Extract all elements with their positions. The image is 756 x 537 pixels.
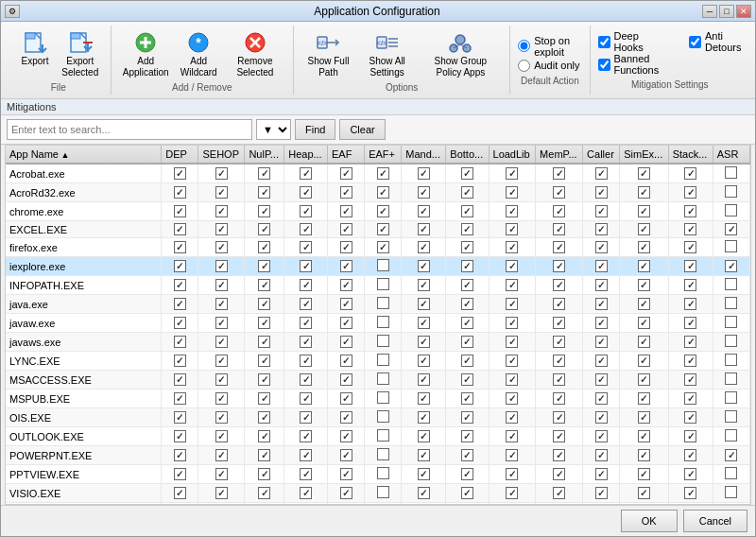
check-cell[interactable] — [162, 276, 198, 295]
col-header-nulp[interactable]: NulP... — [245, 146, 284, 164]
check-cell[interactable] — [162, 465, 198, 484]
check-cell[interactable] — [489, 465, 536, 484]
check-cell[interactable] — [198, 333, 245, 352]
table-row[interactable]: MSACCESS.EXE — [6, 371, 750, 390]
check-cell[interactable] — [489, 276, 536, 295]
check-cell[interactable] — [713, 333, 749, 352]
check-cell[interactable] — [245, 371, 284, 390]
checkbox[interactable] — [725, 429, 737, 442]
col-header-botto[interactable]: Botto... — [446, 146, 489, 164]
checkbox[interactable] — [340, 336, 352, 348]
check-cell[interactable] — [284, 164, 328, 183]
check-cell[interactable] — [402, 257, 446, 276]
checkbox[interactable] — [595, 186, 608, 199]
search-input[interactable] — [7, 119, 252, 140]
checkbox[interactable] — [725, 410, 737, 423]
check-cell[interactable] — [583, 352, 620, 371]
ok-button[interactable]: OK — [621, 510, 678, 532]
checkbox[interactable] — [377, 354, 389, 366]
check-cell[interactable] — [668, 446, 713, 465]
check-cell[interactable] — [402, 484, 446, 503]
check-cell[interactable] — [583, 238, 620, 257]
checkbox[interactable] — [377, 486, 389, 498]
check-cell[interactable] — [668, 408, 713, 427]
check-cell[interactable] — [713, 371, 749, 390]
checkbox[interactable] — [300, 241, 312, 253]
check-cell[interactable] — [402, 427, 446, 446]
check-cell[interactable] — [162, 333, 198, 352]
checkbox[interactable] — [174, 260, 186, 272]
checkbox[interactable] — [595, 355, 608, 367]
checkbox[interactable] — [461, 355, 473, 367]
check-cell[interactable] — [668, 202, 713, 221]
check-cell[interactable] — [198, 427, 245, 446]
checkbox[interactable] — [595, 167, 608, 180]
table-row[interactable]: OIS.EXE — [6, 408, 750, 427]
check-cell[interactable] — [198, 446, 245, 465]
check-cell[interactable] — [245, 314, 284, 333]
checkbox[interactable] — [725, 372, 737, 385]
check-cell[interactable] — [328, 446, 365, 465]
check-cell[interactable] — [245, 257, 284, 276]
check-cell[interactable] — [668, 427, 713, 446]
check-cell[interactable] — [583, 183, 620, 202]
check-cell[interactable] — [583, 295, 620, 314]
check-cell[interactable] — [365, 408, 402, 427]
check-cell[interactable] — [162, 314, 198, 333]
checkbox[interactable] — [174, 373, 186, 386]
stop-on-exploit-option[interactable]: Stop on exploit — [518, 35, 581, 58]
checkbox[interactable] — [461, 317, 473, 329]
checkbox[interactable] — [684, 186, 696, 199]
checkbox[interactable] — [377, 316, 389, 328]
check-cell[interactable] — [245, 238, 284, 257]
check-cell[interactable] — [583, 390, 620, 408]
checkbox[interactable] — [258, 167, 270, 180]
check-cell[interactable] — [536, 295, 583, 314]
check-cell[interactable] — [713, 465, 749, 484]
deep-hooks-option[interactable]: Deep Hooks — [598, 30, 670, 53]
check-cell[interactable] — [536, 314, 583, 333]
checkbox[interactable] — [684, 260, 696, 272]
banned-functions-checkbox[interactable] — [598, 59, 610, 71]
check-cell[interactable] — [489, 221, 536, 238]
check-cell[interactable] — [284, 465, 328, 484]
checkbox[interactable] — [340, 260, 352, 272]
check-cell[interactable] — [198, 276, 245, 295]
check-cell[interactable] — [583, 164, 620, 183]
col-header-caller[interactable]: Caller — [583, 146, 620, 164]
checkbox[interactable] — [638, 411, 650, 424]
check-cell[interactable] — [536, 333, 583, 352]
check-cell[interactable] — [583, 276, 620, 295]
check-cell[interactable] — [198, 221, 245, 238]
check-cell[interactable] — [536, 427, 583, 446]
check-cell[interactable] — [583, 465, 620, 484]
checkbox[interactable] — [418, 355, 430, 367]
check-cell[interactable] — [668, 295, 713, 314]
check-cell[interactable] — [446, 352, 489, 371]
check-cell[interactable] — [365, 484, 402, 503]
clear-button[interactable]: Clear — [339, 119, 385, 140]
checkbox[interactable] — [595, 223, 608, 235]
checkbox[interactable] — [506, 392, 518, 405]
check-cell[interactable] — [668, 238, 713, 257]
checkbox[interactable] — [725, 240, 737, 252]
checkbox[interactable] — [506, 430, 518, 442]
check-cell[interactable] — [489, 484, 536, 503]
checkbox[interactable] — [174, 336, 186, 348]
checkbox[interactable] — [553, 241, 565, 253]
check-cell[interactable] — [328, 257, 365, 276]
check-cell[interactable] — [446, 314, 489, 333]
checkbox[interactable] — [377, 448, 389, 460]
checkbox[interactable] — [174, 167, 186, 180]
check-cell[interactable] — [365, 295, 402, 314]
check-cell[interactable] — [245, 333, 284, 352]
checkbox[interactable] — [684, 468, 696, 480]
anti-detours-option[interactable]: Anti Detours — [689, 30, 742, 53]
checkbox[interactable] — [595, 468, 608, 480]
check-cell[interactable] — [328, 202, 365, 221]
check-cell[interactable] — [536, 221, 583, 238]
check-cell[interactable] — [284, 484, 328, 503]
checkbox[interactable] — [174, 317, 186, 329]
check-cell[interactable] — [489, 238, 536, 257]
check-cell[interactable] — [489, 202, 536, 221]
